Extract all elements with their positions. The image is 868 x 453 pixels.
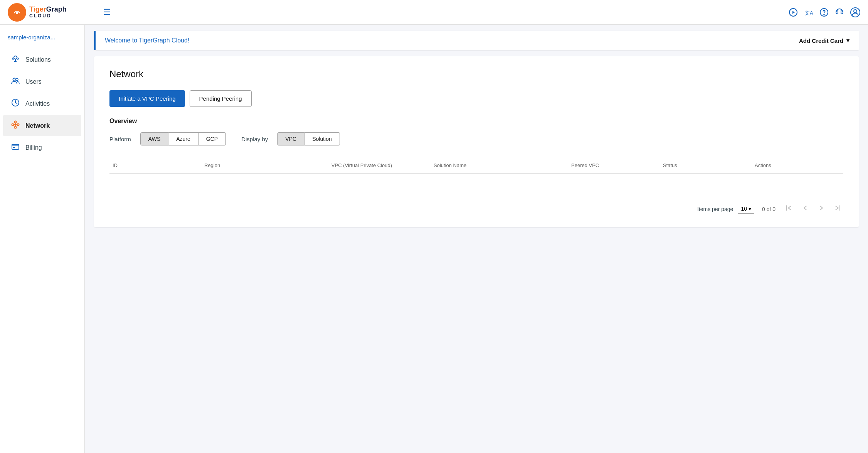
first-page-button[interactable] — [783, 203, 795, 215]
activities-icon — [11, 98, 20, 109]
svg-point-6 — [824, 14, 824, 15]
svg-text:文A: 文A — [805, 10, 813, 16]
play-icon-button[interactable] — [789, 8, 798, 17]
logo-graph: Graph — [46, 6, 67, 14]
sidebar-item-billing[interactable]: Billing — [3, 137, 81, 158]
translate-icon-button[interactable]: 文A — [804, 8, 813, 17]
items-per-page-label: Items per page — [697, 206, 733, 212]
col-status: Status — [660, 162, 752, 168]
pagination: Items per page 10 ▾ 0 of 0 — [109, 197, 843, 215]
network-icon — [11, 120, 20, 131]
sidebar-item-label: Activities — [25, 100, 50, 107]
table-section: ID Region VPC (Virtual Private Cloud) So… — [109, 158, 843, 215]
platform-aws-button[interactable]: AWS — [140, 132, 168, 145]
platform-label: Platform — [109, 136, 131, 142]
svg-point-8 — [854, 10, 857, 13]
solutions-icon — [11, 54, 20, 65]
svg-marker-3 — [792, 11, 795, 14]
sidebar-item-activities[interactable]: Activities — [3, 93, 81, 114]
platform-azure-button[interactable]: Azure — [168, 132, 198, 145]
logo-area: TigerGraph CLOUD — [8, 3, 93, 22]
sidebar-item-label: Users — [25, 78, 42, 85]
sidebar-item-solutions[interactable]: Solutions — [3, 49, 81, 70]
sidebar-item-label: Solutions — [25, 56, 51, 63]
initiate-vpc-peering-button[interactable]: Initiate a VPC Peering — [109, 90, 185, 107]
platform-gcp-button[interactable]: GCP — [198, 132, 226, 145]
main-layout: sample-organiza... Solutions Users Activ… — [0, 25, 868, 453]
display-vpc-button[interactable]: VPC — [277, 132, 304, 145]
page-info: 0 of 0 — [762, 206, 775, 212]
welcome-banner: Welcome to TigerGraph Cloud! Add Credit … — [94, 31, 859, 50]
sidebar-item-label: Billing — [25, 144, 42, 151]
svg-point-17 — [12, 124, 14, 126]
sidebar-item-users[interactable]: Users — [3, 71, 81, 92]
logo-icon — [8, 3, 26, 22]
prev-page-button[interactable] — [799, 203, 811, 215]
hamburger-button[interactable]: ☰ — [100, 4, 114, 20]
col-actions: Actions — [752, 162, 843, 168]
main-panel: Network Initiate a VPC Peering Pending P… — [94, 56, 859, 227]
platform-filter-group: AWS Azure GCP — [140, 132, 226, 145]
overview-section: Overview Platform AWS Azure GCP Display … — [109, 118, 843, 215]
table-header: ID Region VPC (Virtual Private Cloud) So… — [109, 158, 843, 173]
last-page-button[interactable] — [832, 203, 843, 215]
header-left: TigerGraph CLOUD ☰ — [8, 3, 114, 22]
user-icon-button[interactable] — [850, 7, 860, 17]
overview-title: Overview — [109, 118, 843, 125]
col-id: ID — [109, 162, 201, 168]
svg-point-15 — [16, 78, 18, 81]
svg-point-20 — [15, 127, 17, 128]
pending-peering-button[interactable]: Pending Peering — [190, 90, 252, 107]
top-header: TigerGraph CLOUD ☰ 文A — [0, 0, 868, 25]
billing-icon — [11, 142, 20, 153]
page-title: Network — [109, 69, 843, 79]
action-buttons: Initiate a VPC Peering Pending Peering — [109, 90, 843, 107]
svg-point-9 — [14, 56, 17, 59]
svg-point-13 — [17, 58, 19, 59]
items-per-page-value: 10 — [741, 206, 747, 212]
header-right: 文A — [789, 7, 860, 17]
help-icon-button[interactable] — [819, 8, 829, 17]
users-icon — [11, 76, 20, 87]
logo-text: TigerGraph CLOUD — [29, 6, 67, 19]
support-icon-button[interactable] — [835, 8, 844, 17]
org-name: sample-organiza... — [0, 31, 84, 48]
svg-point-14 — [13, 78, 16, 81]
svg-point-12 — [12, 58, 14, 59]
col-peered-vpc: Peered VPC — [568, 162, 660, 168]
table-body — [109, 174, 843, 197]
logo-cloud: CLOUD — [29, 14, 67, 19]
sidebar-item-label: Network — [25, 122, 50, 129]
svg-point-19 — [15, 121, 17, 123]
col-region: Region — [201, 162, 293, 168]
chevron-down-icon: ▾ — [846, 37, 849, 44]
col-vpc: VPC (Virtual Private Cloud) — [293, 162, 431, 168]
logo-tiger: Tiger — [29, 6, 46, 14]
sidebar: sample-organiza... Solutions Users Activ… — [0, 25, 85, 453]
items-per-page-select[interactable]: 10 ▾ — [738, 204, 754, 214]
display-by-filter-group: VPC Solution — [277, 132, 340, 145]
svg-point-18 — [17, 124, 19, 126]
display-solution-button[interactable]: Solution — [304, 132, 340, 145]
svg-rect-23 — [12, 144, 19, 149]
svg-point-1 — [16, 12, 18, 14]
col-solution-name: Solution Name — [431, 162, 568, 168]
banner-text: Welcome to TigerGraph Cloud! — [105, 37, 189, 44]
filter-row: Platform AWS Azure GCP Display by VPC So… — [109, 132, 843, 145]
content-area: Welcome to TigerGraph Cloud! Add Credit … — [85, 25, 868, 453]
items-per-page-chevron: ▾ — [749, 206, 751, 212]
sidebar-item-network[interactable]: Network — [3, 115, 81, 136]
svg-rect-25 — [13, 147, 15, 148]
add-credit-card-button[interactable]: Add Credit Card ▾ — [799, 37, 849, 44]
display-by-label: Display by — [241, 136, 268, 142]
next-page-button[interactable] — [816, 203, 827, 215]
